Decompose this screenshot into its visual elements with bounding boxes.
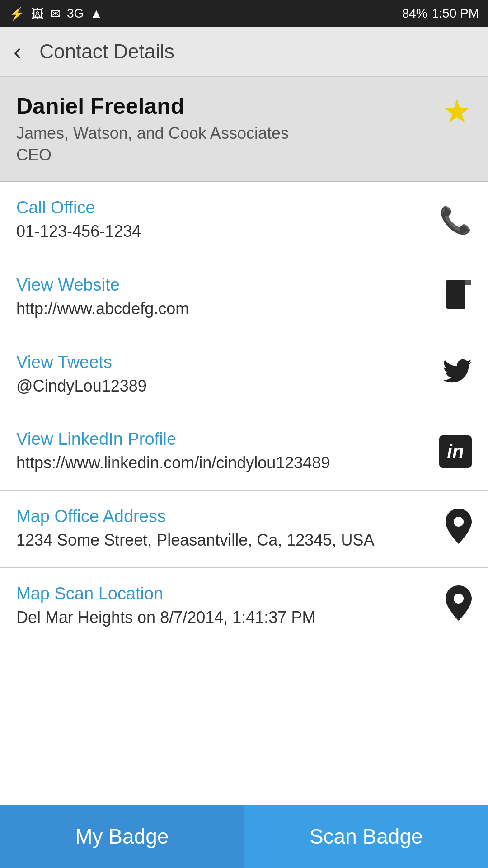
image-icon: 🖼 bbox=[31, 6, 44, 21]
action-label-4: Map Office Address bbox=[16, 507, 374, 526]
my-badge-button[interactable]: My Badge bbox=[0, 805, 244, 868]
action-row-3[interactable]: View LinkedIn Profilehttps://www.linkedi… bbox=[0, 413, 488, 491]
mail-icon: ✉ bbox=[50, 6, 61, 21]
action-label-3: View LinkedIn Profile bbox=[16, 429, 330, 449]
svg-rect-2 bbox=[465, 280, 471, 285]
action-icon-pin-5 bbox=[446, 585, 472, 627]
action-value-5: Del Mar Heights on 8/7/2014, 1:41:37 PM bbox=[16, 607, 315, 628]
action-left-3: View LinkedIn Profilehttps://www.linkedi… bbox=[16, 429, 330, 474]
header: ‹ Contact Details bbox=[0, 27, 488, 77]
back-button[interactable]: ‹ bbox=[14, 40, 21, 63]
contact-job-title: CEO bbox=[16, 146, 289, 165]
scan-badge-label: Scan Badge bbox=[310, 824, 423, 849]
status-right: 84% 1:50 PM bbox=[402, 6, 479, 21]
action-left-0: Call Office01-123-456-1234 bbox=[16, 198, 141, 242]
favorite-star-icon[interactable]: ★ bbox=[442, 95, 472, 127]
action-row-0[interactable]: Call Office01-123-456-1234📞 bbox=[0, 182, 488, 259]
action-value-3: https://www.linkedin.com/in/cindylou1234… bbox=[16, 453, 330, 474]
battery-pct: 84% bbox=[402, 6, 427, 21]
contact-card: Daniel Freeland James, Watson, and Cook … bbox=[0, 77, 488, 182]
scan-badge-button[interactable]: Scan Badge bbox=[244, 805, 488, 868]
svg-rect-0 bbox=[446, 280, 465, 309]
action-row-5[interactable]: Map Scan LocationDel Mar Heights on 8/7/… bbox=[0, 568, 488, 645]
page-title: Contact Details bbox=[39, 40, 174, 63]
action-icon-document-1 bbox=[445, 279, 472, 316]
action-value-1: http://www.abcdefg.com bbox=[16, 298, 189, 320]
action-row-1[interactable]: View Websitehttp://www.abcdefg.com bbox=[0, 259, 488, 336]
status-icons: ⚡ 🖼 ✉ 3G ▲ bbox=[9, 6, 103, 21]
status-bar: ⚡ 🖼 ✉ 3G ▲ 84% 1:50 PM bbox=[0, 0, 488, 27]
action-left-1: View Websitehttp://www.abcdefg.com bbox=[16, 275, 189, 320]
action-icon-linkedin-3: in bbox=[430, 435, 472, 468]
action-row-2[interactable]: View Tweets@CindyLou12389 bbox=[0, 336, 488, 414]
action-value-4: 1234 Some Street, Pleasantville, Ca, 123… bbox=[16, 530, 374, 551]
action-row-4[interactable]: Map Office Address1234 Some Street, Plea… bbox=[0, 491, 488, 568]
action-label-0: Call Office bbox=[16, 198, 141, 217]
my-badge-label: My Badge bbox=[75, 824, 169, 849]
actions-list: Call Office01-123-456-1234📞View Websiteh… bbox=[0, 182, 488, 645]
temp-icon: 3G bbox=[67, 6, 84, 21]
bottom-bar: My Badge Scan Badge bbox=[0, 805, 488, 868]
time-display: 1:50 PM bbox=[432, 6, 479, 21]
signal-strength: ▲ bbox=[90, 6, 103, 21]
action-left-2: View Tweets@CindyLou12389 bbox=[16, 353, 147, 397]
contact-info: Daniel Freeland James, Watson, and Cook … bbox=[16, 93, 289, 165]
action-label-5: Map Scan Location bbox=[16, 584, 315, 604]
action-label-2: View Tweets bbox=[16, 353, 147, 372]
action-value-0: 01-123-456-1234 bbox=[16, 221, 141, 242]
contact-company: James, Watson, and Cook Associates bbox=[16, 124, 289, 143]
usb-icon: ⚡ bbox=[9, 6, 25, 21]
action-icon-phone-0: 📞 bbox=[439, 205, 472, 236]
action-left-5: Map Scan LocationDel Mar Heights on 8/7/… bbox=[16, 584, 315, 628]
action-icon-pin-4 bbox=[446, 509, 472, 550]
action-label-1: View Website bbox=[16, 275, 189, 295]
contact-name: Daniel Freeland bbox=[16, 93, 289, 119]
action-value-2: @CindyLou12389 bbox=[16, 376, 147, 397]
action-icon-twitter-2 bbox=[443, 359, 472, 390]
action-left-4: Map Office Address1234 Some Street, Plea… bbox=[16, 507, 374, 551]
